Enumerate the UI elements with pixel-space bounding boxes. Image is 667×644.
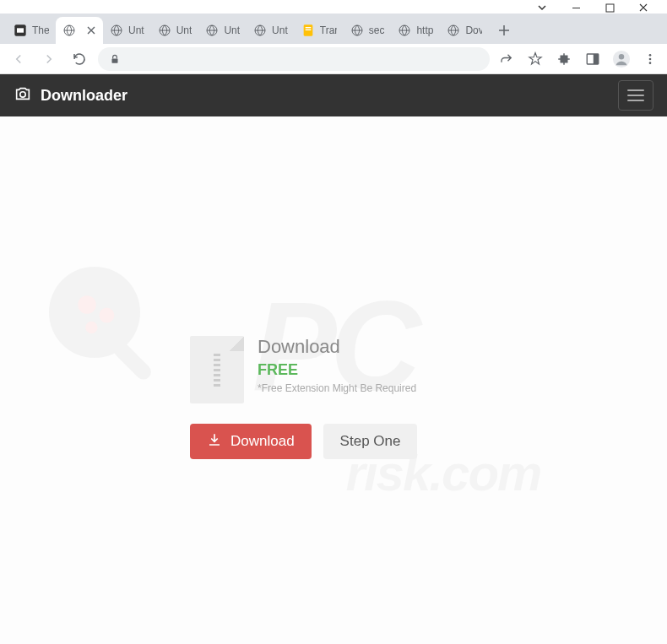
maximize-icon[interactable] bbox=[605, 3, 615, 13]
tab-title: Dov bbox=[465, 24, 482, 36]
globe-icon bbox=[447, 24, 460, 37]
globe-icon bbox=[205, 24, 219, 37]
tab-title: Unt bbox=[224, 24, 240, 36]
svg-point-19 bbox=[649, 54, 652, 57]
svg-point-21 bbox=[649, 62, 652, 64]
step-one-button[interactable]: Step One bbox=[323, 424, 418, 459]
hamburger-menu[interactable] bbox=[618, 80, 653, 111]
browser-tab[interactable]: Unt bbox=[247, 17, 295, 44]
extensions-icon[interactable] bbox=[554, 49, 574, 69]
svg-rect-14 bbox=[112, 58, 118, 62]
browser-tab[interactable]: http bbox=[391, 17, 440, 44]
browser-tab[interactable]: Unt bbox=[198, 17, 247, 44]
browser-tab[interactable]: Unt bbox=[151, 17, 199, 44]
globe-icon bbox=[158, 24, 171, 37]
svg-rect-16 bbox=[594, 54, 599, 64]
app-header: Downloader bbox=[0, 74, 667, 116]
svg-rect-2 bbox=[17, 28, 24, 32]
svg-point-26 bbox=[85, 322, 97, 333]
minimize-icon[interactable] bbox=[571, 3, 581, 13]
svg-rect-9 bbox=[305, 27, 311, 28]
tab-close-icon[interactable] bbox=[86, 25, 96, 35]
svg-point-22 bbox=[20, 91, 25, 96]
globe-icon bbox=[253, 24, 267, 37]
download-card: Download FREE *Free Extension Might Be R… bbox=[190, 336, 477, 459]
forward-button[interactable] bbox=[37, 47, 61, 71]
browser-tab[interactable]: Dov bbox=[440, 17, 489, 44]
tab-title: Unt bbox=[176, 24, 193, 36]
tab-title: Unt bbox=[272, 24, 288, 36]
tab-title: Trar bbox=[320, 24, 337, 36]
app-icon bbox=[14, 24, 27, 37]
browser-tab[interactable]: Trar bbox=[295, 17, 344, 44]
bookmark-icon[interactable] bbox=[525, 49, 545, 69]
browser-tab[interactable]: Unt bbox=[103, 17, 151, 44]
svg-point-18 bbox=[619, 54, 624, 59]
browser-tab[interactable]: The bbox=[7, 17, 56, 44]
svg-point-25 bbox=[99, 308, 114, 323]
tab-title: http bbox=[416, 24, 433, 36]
lock-icon bbox=[108, 52, 122, 66]
file-zip-icon bbox=[190, 336, 244, 403]
svg-rect-10 bbox=[305, 30, 311, 30]
svg-point-24 bbox=[78, 295, 96, 314]
browser-tab[interactable] bbox=[56, 17, 103, 44]
globe-icon bbox=[62, 24, 76, 37]
globe-icon bbox=[110, 24, 123, 37]
svg-point-23 bbox=[49, 267, 140, 358]
tab-strip: TheUntUntUntUntTrarsechttpDov bbox=[0, 14, 667, 44]
free-label: FREE bbox=[258, 361, 416, 379]
side-panel-icon[interactable] bbox=[583, 49, 603, 69]
page-content: PC risk.com Download FREE *Free Extensio… bbox=[0, 116, 667, 644]
tab-title: Unt bbox=[128, 24, 144, 36]
download-icon bbox=[207, 432, 222, 452]
browser-tab[interactable]: sec bbox=[344, 17, 392, 44]
camera-icon bbox=[14, 84, 32, 107]
share-icon[interactable] bbox=[496, 49, 517, 69]
reload-button[interactable] bbox=[68, 47, 91, 71]
tab-title: The bbox=[32, 24, 49, 36]
menu-icon[interactable] bbox=[640, 49, 660, 69]
svg-rect-0 bbox=[606, 4, 614, 12]
browser-toolbar bbox=[0, 44, 667, 74]
window-controls bbox=[0, 0, 667, 14]
profile-icon[interactable] bbox=[611, 49, 632, 69]
download-button[interactable]: Download bbox=[190, 424, 312, 459]
globe-icon bbox=[398, 24, 411, 37]
extension-note: *Free Extension Might Be Required bbox=[258, 382, 416, 394]
download-title: Download bbox=[258, 336, 416, 358]
chevron-down-icon[interactable] bbox=[537, 3, 547, 13]
globe-icon bbox=[350, 24, 364, 37]
svg-rect-27 bbox=[111, 339, 155, 382]
svg-point-20 bbox=[649, 57, 652, 60]
address-bar[interactable] bbox=[98, 47, 490, 71]
tab-title: sec bbox=[369, 24, 385, 36]
app-brand: Downloader bbox=[14, 84, 127, 107]
doc-icon bbox=[301, 24, 315, 37]
new-tab-button[interactable] bbox=[492, 19, 516, 42]
back-button[interactable] bbox=[7, 47, 30, 71]
close-icon[interactable] bbox=[638, 3, 648, 13]
brand-text: Downloader bbox=[41, 87, 127, 105]
